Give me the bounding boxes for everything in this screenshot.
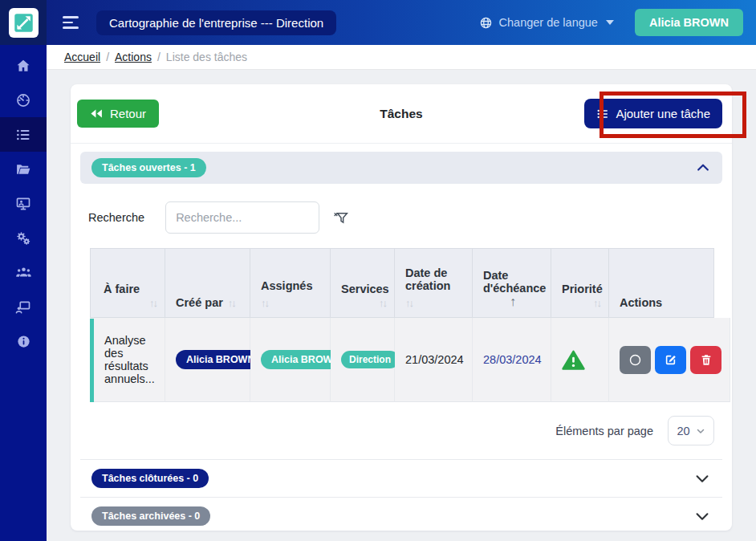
sort-icon: ↑↓ [562,297,600,309]
sort-icon: ↑↓ [261,297,268,309]
sidebar-item-dashboard[interactable] [0,83,47,117]
accordion-open-tasks-header[interactable]: Tâches ouvertes - 1 [80,152,722,184]
back-button-label: Retour [110,107,146,120]
status-button[interactable] [620,346,651,374]
home-icon [15,58,31,74]
table-header-row: À faire ↑↓ Créé par ↑↓ Assignés ↑↓ [90,248,714,318]
language-dropdown[interactable]: Changer de langue [479,16,614,30]
column-header-actions: Actions [609,248,714,318]
sidebar-item-info[interactable] [0,324,47,359]
app-title-pill[interactable]: Cartographie de l'entreprise --- Directi… [96,10,336,35]
app-logo[interactable] [9,8,39,38]
training-screen-icon [15,299,31,315]
sidebar-item-presentation[interactable] [0,186,47,221]
card-body: Tâches ouvertes - 1 Recherche [71,144,732,541]
cell-priority [551,318,609,402]
column-header-assignees[interactable]: Assignés ↑↓ [250,248,331,318]
back-button[interactable]: Retour [77,100,159,128]
breadcrumb-home-link[interactable]: Accueil [64,51,100,63]
chevron-up-icon[interactable] [695,160,711,176]
sort-icon: ↑↓ [228,297,235,309]
clear-filter-icon[interactable] [332,209,349,226]
card-header: Retour Tâches Ajouter une tâche [71,84,732,144]
task-list-icon [15,127,31,143]
search-input[interactable] [165,201,319,234]
dashboard-gauge-icon [15,92,31,108]
chevron-down-icon [606,20,614,25]
cell-todo[interactable]: Analyse des résultats annuels... [90,318,165,402]
accordion-archived-tasks-header[interactable]: Tâches archivées - 0 [80,497,722,535]
table-row: Analyse des résultats annuels... Alicia … [90,318,714,402]
sidebar-item-training[interactable] [0,290,47,324]
service-badge: Direction [341,351,399,368]
sidebar-item-settings[interactable] [0,221,47,255]
cell-created-by: Alicia BROWN [165,318,250,402]
sidebar [0,0,47,541]
column-header-date-due[interactable]: Date d'échéance ↑ [473,248,551,318]
chevron-down-icon [696,426,705,436]
edit-pencil-icon [664,353,677,367]
column-header-services[interactable]: Services ↑↓ [331,248,395,318]
tasks-table: À faire ↑↓ Créé par ↑↓ Assignés ↑↓ [90,248,714,402]
sort-icon: ↑↓ [104,297,156,309]
sort-icon: ↑↓ [405,297,413,309]
top-navbar: Cartographie de l'entreprise --- Directi… [47,0,756,45]
settings-gears-icon [15,230,31,246]
cell-date-created: 21/03/2024 [395,318,473,402]
chevron-down-icon[interactable] [693,470,711,487]
main-content: Retour Tâches Ajouter une tâche [47,70,756,541]
cell-assignees: Alicia BROWN [250,318,331,402]
column-header-priority[interactable]: Priorité ↑↓ [551,248,609,318]
add-task-label: Ajouter une tâche [616,107,710,120]
per-page-label: Éléments par page [555,425,653,437]
warning-triangle-icon [562,349,585,371]
info-icon [16,334,31,349]
globe-icon [479,16,493,30]
closed-tasks-badge: Tâches clôturées - 0 [91,469,209,488]
breadcrumb-actions-link[interactable]: Actions [115,51,152,63]
breadcrumb: Accueil / Actions / Liste des tâches [47,45,756,70]
delete-button[interactable] [690,346,721,374]
tasks-card: Retour Tâches Ajouter une tâche [71,84,732,531]
language-label: Changer de langue [499,16,598,29]
logo-chart-pen-icon [13,12,35,34]
column-header-date-created[interactable]: Date de création ↑↓ [395,248,473,318]
per-page-select[interactable]: 20 [668,416,714,445]
cell-actions [609,318,730,402]
cell-date-due: 28/03/2024 [473,318,551,402]
breadcrumb-separator: / [106,51,109,63]
app-window: Cartographie de l'entreprise --- Directi… [0,0,756,541]
trash-icon [700,353,713,367]
logo-block [0,0,47,45]
column-header-created-by[interactable]: Créé par ↑↓ [165,248,250,318]
breadcrumb-current: Liste des tâches [166,51,247,63]
chevron-down-icon[interactable] [693,507,711,525]
accordion-closed-tasks-header[interactable]: Tâches clôturées - 0 [80,459,722,497]
column-header-todo[interactable]: À faire ↑↓ [90,248,165,318]
rewind-icon [90,108,104,120]
user-menu-button[interactable]: Alicia BROWN [635,9,743,36]
archived-tasks-badge: Tâches archivées - 0 [91,506,210,526]
menu-toggle-icon[interactable] [63,16,79,29]
sidebar-menu [0,45,47,359]
pagination-row: Éléments par page 20 [80,402,722,459]
status-circle-icon [628,352,643,368]
sort-icon: ↑↓ [341,297,386,309]
search-row: Recherche [80,184,722,245]
sidebar-item-users[interactable] [0,255,47,290]
sidebar-item-documents[interactable] [0,152,47,186]
sidebar-item-tasks[interactable] [0,117,47,152]
search-label: Recherche [88,211,144,224]
users-group-icon [15,264,32,281]
sidebar-item-home[interactable] [0,48,47,83]
list-icon [596,108,609,120]
folder-icon [15,161,31,177]
sort-ascending-icon: ↑ [483,295,543,309]
edit-button[interactable] [655,346,686,374]
per-page-value: 20 [677,425,689,437]
presentation-icon [15,196,31,212]
add-task-button[interactable]: Ajouter une tâche [584,99,722,128]
row-accent-bar [90,319,94,402]
breadcrumb-separator: / [157,51,161,63]
cell-service: Direction [331,318,395,402]
